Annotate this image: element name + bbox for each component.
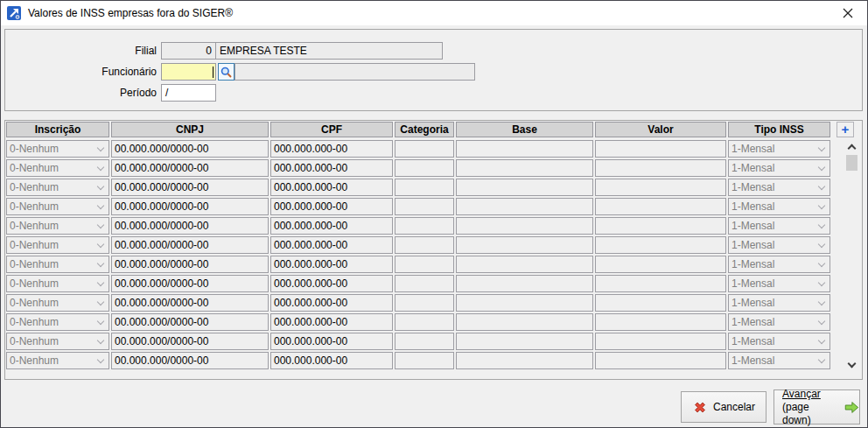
search-button[interactable] (218, 63, 234, 81)
close-button[interactable] (828, 1, 867, 25)
cpf-input[interactable]: 000.000.000-00 (270, 159, 393, 177)
chevron-down-icon (818, 317, 825, 324)
dialog-window: Valores de INSS empresas fora do SIGER® … (0, 0, 868, 428)
cpf-input[interactable]: 000.000.000-00 (270, 313, 393, 331)
cpf-input[interactable]: 000.000.000-00 (270, 198, 393, 215)
vertical-scrollbar[interactable] (844, 140, 859, 371)
base-input[interactable] (456, 140, 593, 158)
cpf-input[interactable]: 000.000.000-00 (270, 256, 393, 273)
table-header: Inscrição CNPJ CPF Categoria Base Valor … (6, 122, 830, 137)
inscricao-select[interactable]: 0-Nenhum (6, 140, 109, 158)
categoria-input[interactable] (395, 140, 454, 158)
tipo-inss-select[interactable]: 1-Mensal (728, 236, 830, 254)
tipo-inss-select[interactable]: 1-Mensal (728, 159, 830, 177)
base-input[interactable] (456, 352, 593, 369)
scroll-up-button[interactable] (844, 140, 859, 153)
inscricao-select[interactable]: 0-Nenhum (6, 217, 109, 235)
inscricao-select[interactable]: 0-Nenhum (6, 275, 109, 292)
valor-input[interactable] (595, 333, 726, 350)
tipo-inss-select[interactable]: 1-Mensal (728, 140, 830, 158)
tipo-inss-select[interactable]: 1-Mensal (728, 217, 830, 235)
cancel-button[interactable]: Cancelar (681, 391, 766, 423)
inscricao-select[interactable]: 0-Nenhum (6, 256, 109, 273)
cpf-input[interactable]: 000.000.000-00 (270, 275, 393, 292)
cpf-input[interactable]: 000.000.000-00 (270, 333, 393, 350)
valor-input[interactable] (595, 256, 726, 273)
cnpj-input[interactable]: 00.000.000/0000-00 (111, 159, 269, 177)
cnpj-input[interactable]: 00.000.000/0000-00 (111, 294, 269, 312)
base-input[interactable] (456, 333, 593, 350)
valor-input[interactable] (595, 352, 726, 369)
categoria-input[interactable] (395, 352, 454, 369)
valor-input[interactable] (595, 179, 726, 196)
cpf-input[interactable]: 000.000.000-00 (270, 179, 393, 196)
valor-input[interactable] (595, 217, 726, 235)
valor-input[interactable] (595, 294, 726, 312)
scroll-down-button[interactable] (844, 358, 859, 371)
cnpj-input[interactable]: 00.000.000/0000-00 (111, 179, 269, 196)
inscricao-select[interactable]: 0-Nenhum (6, 313, 109, 331)
base-input[interactable] (456, 236, 593, 254)
base-input[interactable] (456, 159, 593, 177)
inscricao-select[interactable]: 0-Nenhum (6, 294, 109, 312)
categoria-input[interactable] (395, 217, 454, 235)
tipo-inss-select[interactable]: 1-Mensal (728, 333, 830, 350)
categoria-input[interactable] (395, 294, 454, 312)
base-input[interactable] (456, 198, 593, 215)
inscricao-select[interactable]: 0-Nenhum (6, 236, 109, 254)
chevron-down-icon (818, 355, 825, 362)
base-input[interactable] (456, 179, 593, 196)
categoria-input[interactable] (395, 236, 454, 254)
inscricao-select[interactable]: 0-Nenhum (6, 352, 109, 369)
cnpj-input[interactable]: 00.000.000/0000-00 (111, 352, 269, 369)
inscricao-select[interactable]: 0-Nenhum (6, 159, 109, 177)
base-input[interactable] (456, 217, 593, 235)
funcionario-code-input[interactable] (161, 63, 216, 81)
cpf-input[interactable]: 000.000.000-00 (270, 236, 393, 254)
add-row-button[interactable]: + (836, 122, 854, 137)
cnpj-input[interactable]: 00.000.000/0000-00 (111, 256, 269, 273)
tipo-inss-select[interactable]: 1-Mensal (728, 256, 830, 273)
categoria-input[interactable] (395, 333, 454, 350)
scrollbar-thumb[interactable] (846, 155, 858, 171)
valor-input[interactable] (595, 140, 726, 158)
categoria-input[interactable] (395, 275, 454, 292)
tipo-inss-select[interactable]: 1-Mensal (728, 313, 830, 331)
cnpj-input[interactable]: 00.000.000/0000-00 (111, 198, 269, 215)
cpf-input[interactable]: 000.000.000-00 (270, 352, 393, 369)
tipo-inss-select[interactable]: 1-Mensal (728, 198, 830, 215)
cnpj-input[interactable]: 00.000.000/0000-00 (111, 333, 269, 350)
inscricao-select[interactable]: 0-Nenhum (6, 179, 109, 196)
base-input[interactable] (456, 294, 593, 312)
valor-input[interactable] (595, 236, 726, 254)
inscricao-select[interactable]: 0-Nenhum (6, 333, 109, 350)
categoria-input[interactable] (395, 198, 454, 215)
tipo-inss-select[interactable]: 1-Mensal (728, 352, 830, 369)
base-input[interactable] (456, 313, 593, 331)
base-input[interactable] (456, 256, 593, 273)
valor-input[interactable] (595, 159, 726, 177)
valor-input[interactable] (595, 313, 726, 331)
categoria-input[interactable] (395, 313, 454, 331)
categoria-input[interactable] (395, 256, 454, 273)
categoria-input[interactable] (395, 159, 454, 177)
cpf-input[interactable]: 000.000.000-00 (270, 294, 393, 312)
valor-input[interactable] (595, 275, 726, 292)
valor-input[interactable] (595, 198, 726, 215)
tipo-inss-select[interactable]: 1-Mensal (728, 275, 830, 292)
tipo-inss-select[interactable]: 1-Mensal (728, 294, 830, 312)
cnpj-input[interactable]: 00.000.000/0000-00 (111, 275, 269, 292)
categoria-input[interactable] (395, 179, 454, 196)
cnpj-input[interactable]: 00.000.000/0000-00 (111, 236, 269, 254)
base-input[interactable] (456, 275, 593, 292)
periodo-input[interactable]: / (161, 84, 216, 102)
table-row: 0-Nenhum 00.000.000/0000-00 000.000.000-… (6, 352, 830, 369)
cnpj-input[interactable]: 00.000.000/0000-00 (111, 217, 269, 235)
cnpj-input[interactable]: 00.000.000/0000-00 (111, 313, 269, 331)
cpf-input[interactable]: 000.000.000-00 (270, 140, 393, 158)
cnpj-input[interactable]: 00.000.000/0000-00 (111, 140, 269, 158)
cpf-input[interactable]: 000.000.000-00 (270, 217, 393, 235)
inscricao-select[interactable]: 0-Nenhum (6, 198, 109, 215)
advance-button[interactable]: Avançar (page down) (774, 389, 860, 424)
tipo-inss-select[interactable]: 1-Mensal (728, 179, 830, 196)
